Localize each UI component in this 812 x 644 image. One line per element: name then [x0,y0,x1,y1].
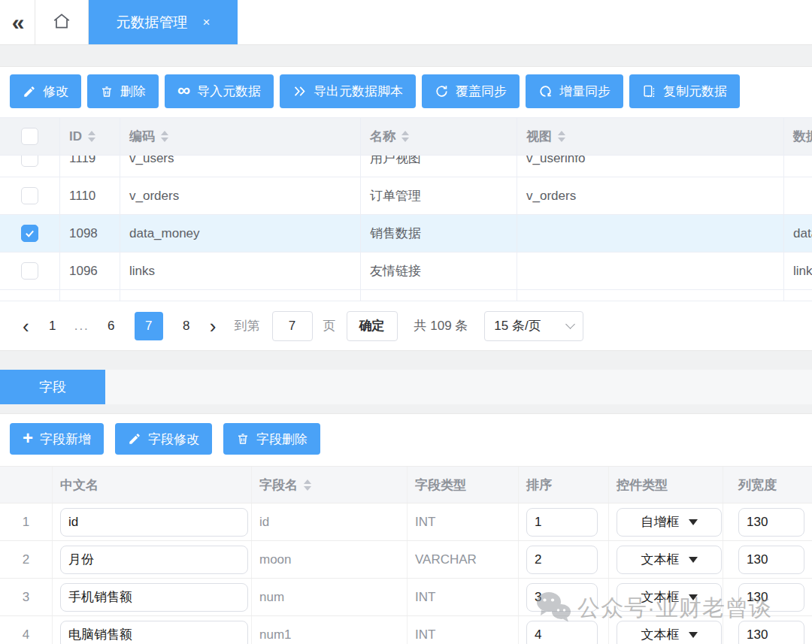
export-metadata-script-button[interactable]: 导出元数据脚本 [280,74,416,108]
top-tab-bar: « 元数据管理 × [0,0,812,45]
incremental-sync-button[interactable]: 增量同步 [526,74,623,108]
collapse-sidebar-icon[interactable]: « [0,0,35,44]
metadata-table: ID 编码 名称 视图 数据 1119 v_user [0,117,812,350]
goto-page-input[interactable] [272,311,313,341]
chinese-name-input[interactable] [60,546,248,574]
sort-order-input[interactable] [526,546,598,574]
metadata-panel: 修改 删除 ∞ 导入元数据 导出元数据脚本 覆盖同步 [0,66,812,351]
row-checkbox-checked[interactable] [21,225,38,242]
double-chevron-right-icon [292,84,307,98]
column-width-input[interactable] [738,508,804,537]
home-tab[interactable] [35,0,89,44]
chinese-name-input[interactable] [60,508,248,537]
table-row[interactable]: 1110 v_orders 订单管理 v_orders [0,177,812,215]
field-row[interactable]: 3 num INT 文本框 [0,579,812,616]
control-type-select[interactable]: 自增框 [617,508,722,537]
row-checkbox[interactable] [21,156,38,167]
tab-fields[interactable]: 字段 [0,370,105,404]
header-id[interactable]: ID [60,118,120,155]
chinese-name-input[interactable] [60,621,248,644]
row-checkbox[interactable] [21,187,38,204]
caret-down-icon [689,557,698,563]
select-all-checkbox[interactable] [21,128,38,145]
control-type-select[interactable]: 文本框 [617,621,722,644]
page-unit-label: 页 [323,317,336,334]
copy-icon [642,84,656,98]
metadata-table-body: 1119 v_users 用户视图 v_userinfo 1110 v_orde… [0,156,812,301]
tab-close-icon[interactable]: × [203,15,211,30]
control-type-select[interactable]: 文本框 [617,583,722,612]
add-field-button[interactable]: + 字段新增 [10,423,104,455]
caret-down-icon [689,632,698,638]
caret-down-icon [689,519,698,525]
refresh-ccw-icon [538,84,553,98]
field-row[interactable]: 2 moon VARCHAR 文本框 [0,541,812,579]
table-row[interactable]: 1096 links 友情链接 links [0,252,812,290]
modify-button[interactable]: 修改 [10,74,81,108]
sort-icon[interactable] [304,479,311,491]
metadata-table-header: ID 编码 名称 视图 数据 [0,118,812,156]
header-view[interactable]: 视图 [517,118,784,155]
pencil-icon [128,432,141,446]
header-column-width: 列宽度 [723,467,812,503]
column-width-input[interactable] [738,583,804,612]
sort-icon[interactable] [558,131,565,142]
trash-icon [236,432,250,446]
sort-order-input[interactable] [526,621,598,644]
sort-icon[interactable] [161,131,168,142]
metadata-toolbar: 修改 删除 ∞ 导入元数据 导出元数据脚本 覆盖同步 [0,67,812,108]
overwrite-sync-button[interactable]: 覆盖同步 [422,74,520,108]
header-name[interactable]: 名称 [361,118,517,155]
pagination-bar: ‹ 1 ... 6 7 8 › 到第 页 确定 共 109 条 15 条/页 [0,301,812,350]
header-datasource[interactable]: 数据 [784,118,812,155]
sort-order-input[interactable] [526,583,598,612]
header-code[interactable]: 编码 [120,118,361,155]
page-7-active[interactable]: 7 [135,312,163,340]
header-sort-order: 排序 [519,467,609,503]
table-row[interactable]: 1119 v_users 用户视图 v_userinfo [0,156,812,177]
field-row[interactable]: 4 num1 INT 文本框 [0,616,812,644]
next-page-icon[interactable]: › [205,316,221,336]
link-icon: ∞ [177,81,190,99]
sort-order-input[interactable] [526,508,598,537]
copy-metadata-button[interactable]: 复制元数据 [629,74,740,108]
page-1[interactable]: 1 [38,312,67,340]
table-row-selected[interactable]: 1098 data_money 销售数据 data [0,215,812,252]
sort-icon[interactable] [88,131,95,142]
refresh-icon [435,84,449,98]
plus-icon: + [23,429,33,447]
page-size-select[interactable]: 15 条/页 [484,311,583,341]
column-width-input[interactable] [738,621,804,644]
row-checkbox[interactable] [21,262,38,280]
control-type-select[interactable]: 文本框 [617,546,722,574]
fields-table: 中文名 字段名 字段类型 排序 控件类型 列宽度 1 id INT 自增框 [0,466,812,644]
fields-toolbar: + 字段新增 字段修改 字段删除 [0,423,812,455]
header-row-number [0,467,53,503]
header-control-type: 控件类型 [609,467,723,503]
chinese-name-input[interactable] [60,583,248,612]
sort-icon[interactable] [401,131,409,142]
table-row-clipped [0,290,812,301]
trash-icon [100,85,114,98]
home-icon [52,11,71,34]
page-ellipsis[interactable]: ... [74,319,89,334]
prev-page-icon[interactable]: ‹ [18,316,34,336]
page-8[interactable]: 8 [172,312,201,340]
pencil-icon [23,85,36,98]
fields-tabstrip: 字段 [0,370,812,404]
total-count-label: 共 109 条 [414,317,468,334]
header-field-name[interactable]: 字段名 [252,467,408,503]
header-field-type: 字段类型 [408,467,519,503]
modify-field-button[interactable]: 字段修改 [115,423,212,455]
column-width-input[interactable] [738,546,804,574]
field-row[interactable]: 1 id INT 自增框 [0,503,812,541]
delete-button[interactable]: 删除 [87,74,159,108]
fields-panel: + 字段新增 字段修改 字段删除 中文名 字段名 字段类型 排序 控件类型 [0,413,812,637]
import-metadata-button[interactable]: ∞ 导入元数据 [165,74,274,108]
delete-field-button[interactable]: 字段删除 [223,423,320,455]
tab-metadata-management[interactable]: 元数据管理 × [89,0,238,44]
confirm-button[interactable]: 确定 [347,311,398,341]
tab-label: 元数据管理 [117,13,188,32]
goto-label: 到第 [235,317,260,334]
page-6[interactable]: 6 [97,312,126,340]
